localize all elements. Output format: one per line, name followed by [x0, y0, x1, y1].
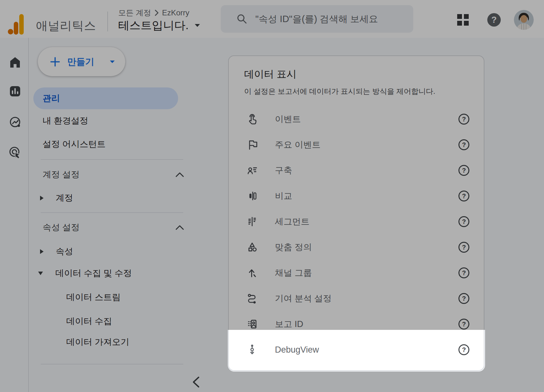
report-id-icon	[245, 317, 259, 331]
topbar-divider	[107, 12, 108, 31]
caret-down-icon	[110, 60, 115, 63]
help-icon[interactable]: ?	[458, 344, 469, 355]
help-icon[interactable]: ?	[458, 165, 469, 176]
divider	[41, 212, 183, 213]
attribution-route-icon	[245, 292, 259, 305]
tree-item-data-streams[interactable]: 데이터 스트림	[66, 288, 121, 306]
avatar-image	[514, 10, 534, 30]
chevron-up-icon	[176, 225, 184, 230]
tree-item-data-collection[interactable]: 데이터 수집 및 수정	[38, 264, 132, 282]
chevron-up-icon	[176, 172, 184, 177]
help-icon[interactable]: ?	[487, 13, 501, 27]
help-icon[interactable]: ?	[458, 267, 469, 278]
list-item-channel-groups[interactable]: 채널 그룹 ?	[229, 260, 484, 286]
divider	[41, 364, 183, 364]
breadcrumb[interactable]: 모든 계정 EzKorry	[118, 8, 189, 18]
product-name: 애널리틱스	[36, 18, 96, 34]
list-item-attribution-settings[interactable]: 기여 분석 설정 ?	[229, 286, 484, 311]
help-icon[interactable]: ?	[458, 114, 469, 125]
list-item-reporting-id[interactable]: 보고 ID ?	[229, 311, 484, 337]
search-input[interactable]	[255, 14, 396, 24]
top-app-bar: 애널리틱스 모든 계정 EzKorry 테스트입니다. ?	[0, 0, 544, 38]
triangle-right-icon	[40, 195, 44, 201]
tree-item-data-import[interactable]: 데이터 가져오기	[66, 333, 129, 351]
help-icon[interactable]: ?	[458, 191, 469, 201]
list-item-comparisons[interactable]: 비교 ?	[229, 183, 484, 209]
channel-arrow-icon	[245, 266, 259, 280]
help-icon[interactable]: ?	[458, 293, 469, 304]
list-item-segments[interactable]: 세그먼트 ?	[229, 209, 484, 234]
card-title: 데이터 표시	[244, 67, 297, 81]
advertising-icon[interactable]	[7, 145, 23, 160]
help-icon[interactable]: ?	[458, 139, 469, 150]
segments-icon	[245, 215, 259, 228]
shapes-icon	[245, 241, 259, 254]
list-item-events[interactable]: 이벤트 ?	[229, 106, 484, 132]
tap-icon	[245, 112, 259, 126]
debug-route-icon	[245, 343, 259, 356]
reports-icon[interactable]	[7, 84, 23, 99]
flag-icon	[245, 138, 259, 151]
create-button[interactable]: 만들기	[38, 47, 125, 76]
avatar[interactable]	[514, 10, 534, 30]
search-icon	[235, 12, 248, 25]
property-name: 테스트입니다.	[118, 18, 189, 33]
breadcrumb-account[interactable]: EzKorry	[162, 8, 189, 17]
nav-rail	[0, 38, 29, 392]
ga-admin-screen: 애널리틱스 모든 계정 EzKorry 테스트입니다. ?	[0, 0, 544, 392]
comparison-icon	[245, 189, 259, 203]
list-item-debugview[interactable]: DebugView ?	[229, 337, 484, 363]
sidebar-item-my-preferences[interactable]: 내 환경설정	[43, 112, 88, 130]
drawer-collapse-icon[interactable]	[189, 375, 203, 389]
audience-icon	[245, 164, 259, 177]
help-icon[interactable]: ?	[458, 216, 469, 227]
create-button-label: 만들기	[67, 56, 94, 68]
tree-item-data-collection-child[interactable]: 데이터 수집	[66, 312, 112, 330]
section-property-settings[interactable]: 속성 설정	[43, 218, 184, 236]
breadcrumb-all-accounts[interactable]: 모든 계정	[118, 8, 151, 18]
plus-icon	[50, 57, 60, 67]
tree-item-property[interactable]: 속성	[40, 242, 73, 260]
section-account-settings[interactable]: 계정 설정	[43, 166, 184, 184]
search-box[interactable]	[221, 5, 413, 33]
card-subtitle: 이 설정은 보고서에 데이터가 표시되는 방식을 제어합니다.	[244, 86, 435, 96]
admin-drawer: 만들기 관리 내 환경설정 설정 어시스턴트 계정 설정 계정	[29, 38, 195, 392]
divider	[41, 159, 183, 160]
data-display-card: 데이터 표시 이 설정은 보고서에 데이터가 표시되는 방식을 제어합니다. 이…	[228, 55, 484, 371]
sidebar-item-setup-assistant[interactable]: 설정 어시스턴트	[43, 135, 106, 153]
property-switcher[interactable]: 테스트입니다.	[118, 18, 200, 33]
help-icon[interactable]: ?	[458, 242, 469, 253]
help-icon[interactable]: ?	[458, 319, 469, 330]
chevron-right-icon	[154, 9, 159, 16]
list-item-custom-definitions[interactable]: 맞춤 정의 ?	[229, 234, 484, 260]
analytics-logo-icon[interactable]	[7, 13, 25, 35]
home-icon[interactable]	[7, 54, 23, 70]
sidebar-item-admin[interactable]: 관리	[33, 87, 178, 109]
triangle-down-icon	[38, 271, 43, 275]
explore-icon[interactable]	[7, 114, 23, 130]
caret-down-icon	[194, 24, 200, 27]
apps-grid-icon[interactable]	[457, 14, 469, 26]
triangle-right-icon	[40, 249, 44, 254]
tree-item-account[interactable]: 계정	[40, 189, 73, 207]
list-item-audiences[interactable]: 구축 ?	[229, 158, 484, 183]
list-item-key-events[interactable]: 주요 이벤트 ?	[229, 132, 484, 158]
